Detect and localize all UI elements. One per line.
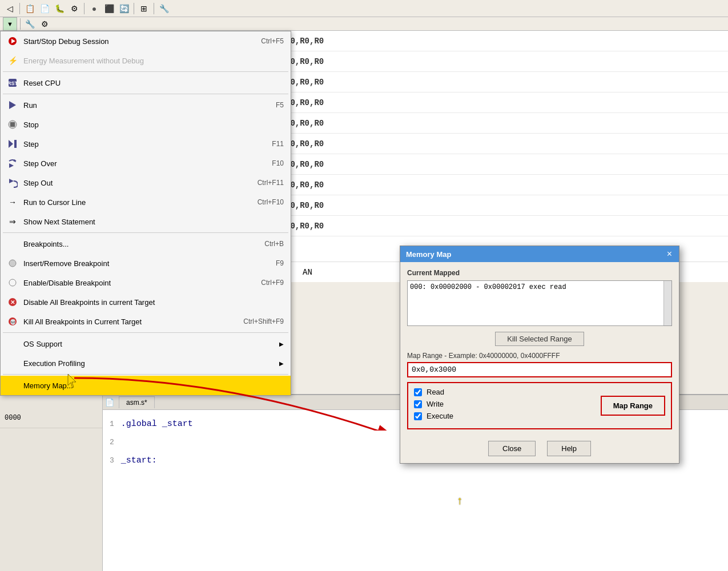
menu-item-disable-all-bp-label: Disable All Breakpoints in current Targe… — [23, 298, 155, 307]
disasm-ops-1: R0,R0,R0 — [285, 57, 434, 66]
menu-item-breakpoints[interactable]: Breakpoints... Ctrl+B — [1, 234, 291, 254]
toolbar-sep-4 — [154, 3, 154, 14]
svg-marker-7 — [9, 140, 13, 148]
menu-item-run-cursor[interactable]: → Run to Cursor Line Ctrl+F10 — [1, 192, 291, 212]
menu-item-start-stop-debug[interactable]: Start/Stop Debug Session Ctrl+F5 — [1, 31, 291, 51]
menu-sep-4 — [3, 332, 288, 333]
menu-item-step-shortcut: F11 — [272, 140, 284, 148]
dialog-titlebar: Memory Map × — [400, 246, 679, 262]
menu-item-run-cursor-shortcut: Ctrl+F10 — [258, 198, 284, 206]
memory-map-dialog: Memory Map × Current Mapped 000: 0x00002… — [400, 246, 679, 464]
insert-bp-icon — [6, 257, 19, 270]
exec-profiling-icon — [6, 357, 19, 369]
checkbox-write-label: Write — [427, 400, 444, 408]
toolbar-sep-1 — [19, 3, 20, 14]
toolbar-restart-icon[interactable]: 🔄 — [117, 2, 131, 15]
menu-item-show-next-label: Show Next Statement — [23, 218, 95, 226]
energy-icon: ⚡ — [6, 54, 19, 67]
submenu-arrow-os: ▶ — [279, 341, 284, 347]
menu-item-breakpoints-label: Breakpoints... — [23, 240, 69, 248]
stop-icon — [6, 118, 19, 131]
debug-menu-dropdown: Start/Stop Debug Session Ctrl+F5 ⚡ Energ… — [0, 31, 291, 396]
menu-item-step-out[interactable]: Step Out Ctrl+F11 — [1, 173, 291, 192]
menu-item-exec-profiling[interactable]: Execution Profiling ▶ — [1, 353, 291, 373]
menu-item-exec-profiling-label: Execution Profiling — [23, 359, 85, 368]
toolbar-sep-2 — [84, 3, 85, 14]
checkbox-execute-label: Execute — [427, 412, 453, 420]
disasm-ops-9: R0,R0,R0 — [285, 222, 434, 231]
toolbar-stop-icon[interactable]: ⬛ — [102, 2, 116, 15]
current-mapped-label: Current Mapped — [407, 269, 672, 277]
disasm-ops-6: R0,R0,R0 — [285, 160, 434, 169]
toolbar2: ▼ 🔧 ⚙ — [0, 17, 728, 31]
checkboxes-container: Read Write Execute Map Range — [407, 382, 672, 429]
toolbar-settings-icon[interactable]: ⚙ — [67, 2, 81, 15]
toolbar2-icon1[interactable]: ▼ — [3, 17, 17, 31]
toolbar-debug-icon[interactable]: 🐛 — [53, 2, 66, 15]
toolbar2-sep — [20, 18, 21, 30]
map-range-label: Map Range - Example: 0x40000000, 0x4000F… — [407, 352, 672, 360]
run-cursor-icon: → — [6, 196, 19, 208]
kill-selected-range-button[interactable]: Kill Selected Range — [495, 332, 584, 346]
toolbar-grid-icon[interactable]: ⊞ — [137, 2, 151, 15]
os-support-icon — [6, 337, 19, 350]
menu-item-run-cursor-label: Run to Cursor Line — [23, 198, 86, 207]
menu-item-run-shortcut: F5 — [276, 101, 284, 109]
menu-item-disable-all-bp[interactable]: ✕ Disable All Breakpoints in current Tar… — [1, 292, 291, 312]
menu-item-start-stop-debug-label: Start/Stop Debug Session — [23, 37, 109, 46]
toolbar-back-icon[interactable]: ◁ — [3, 2, 17, 15]
menu-item-run[interactable]: Run F5 — [1, 95, 291, 115]
svg-marker-10 — [9, 163, 14, 168]
breakpoints-icon — [6, 238, 19, 250]
left-panel-bottom-addr: 0000 — [5, 414, 21, 422]
disasm-ops-0: R0,R0,R0 — [285, 37, 434, 46]
checkbox-execute[interactable] — [414, 412, 422, 420]
menu-item-enable-bp[interactable]: Enable/Disable Breakpoint Ctrl+F9 — [1, 273, 291, 292]
toolbar-wrench-icon[interactable]: 🔧 — [157, 2, 171, 15]
toolbar-paste-icon[interactable]: 📄 — [38, 2, 51, 15]
source-code-3: _start: — [121, 456, 157, 465]
memory-map-icon — [6, 379, 19, 392]
enable-bp-icon — [6, 276, 19, 289]
close-button[interactable]: Close — [488, 441, 536, 456]
toolbar-run-icon[interactable]: ● — [87, 2, 101, 15]
menu-sep-2 — [3, 94, 288, 94]
menu-item-insert-bp[interactable]: Insert/Remove Breakpoint F9 — [1, 254, 291, 273]
checkbox-read[interactable] — [414, 388, 422, 396]
checkbox-write[interactable] — [414, 400, 422, 408]
checkboxes-col: Read Write Execute — [414, 388, 453, 424]
map-range-button[interactable]: Map Range — [601, 396, 665, 416]
toolbar2-settings2-icon[interactable]: ⚙ — [38, 17, 52, 31]
toolbar2-tools-icon[interactable]: 🔧 — [23, 17, 37, 31]
svg-text:RST: RST — [7, 81, 18, 86]
menu-item-step-label: Step — [23, 140, 39, 148]
menu-item-energy: ⚡ Energy Measurement without Debug — [1, 51, 291, 70]
menu-item-stop[interactable]: Stop — [1, 115, 291, 134]
checkbox-write-row: Write — [414, 400, 453, 408]
menu-item-step-over[interactable]: Step Over F10 — [1, 154, 291, 173]
dialog-close-button[interactable]: × — [666, 250, 673, 259]
line-num-1: 1 — [110, 420, 114, 428]
source-tab-asm[interactable]: asm.s* — [119, 396, 155, 408]
toolbar-sep-3 — [134, 3, 134, 14]
menu-item-memory-map[interactable]: Memory Map... — [1, 376, 291, 395]
menu-item-breakpoints-shortcut: Ctrl+B — [264, 240, 284, 248]
reset-icon: RST — [6, 77, 19, 89]
menu-item-kill-all-bp[interactable]: 💀 Kill All Breakpoints in Current Target… — [1, 312, 291, 331]
left-panel-addr-row: 0000 — [0, 408, 102, 428]
map-range-input[interactable] — [407, 362, 672, 377]
menu-item-step-out-shortcut: Ctrl+F11 — [258, 179, 284, 187]
help-button[interactable]: Help — [547, 441, 591, 456]
svg-point-12 — [9, 260, 16, 267]
menu-item-os-support[interactable]: OS Support ▶ — [1, 334, 291, 353]
menu-item-reset-cpu[interactable]: RST Reset CPU — [1, 73, 291, 93]
toolbar-copy-icon[interactable]: 📋 — [23, 2, 37, 15]
mapped-list[interactable]: 000: 0x00002000 - 0x00002017 exec read — [407, 280, 672, 326]
menu-item-show-next[interactable]: ⇒ Show Next Statement — [1, 212, 291, 231]
menu-sep-5 — [3, 374, 288, 375]
menu-item-step-out-label: Step Out — [23, 179, 53, 187]
svg-marker-11 — [9, 179, 14, 183]
mapped-list-scrollbar[interactable] — [663, 281, 671, 325]
menu-item-step[interactable]: Step F11 — [1, 134, 291, 154]
menu-item-enable-bp-label: Enable/Disable Breakpoint — [23, 279, 111, 287]
